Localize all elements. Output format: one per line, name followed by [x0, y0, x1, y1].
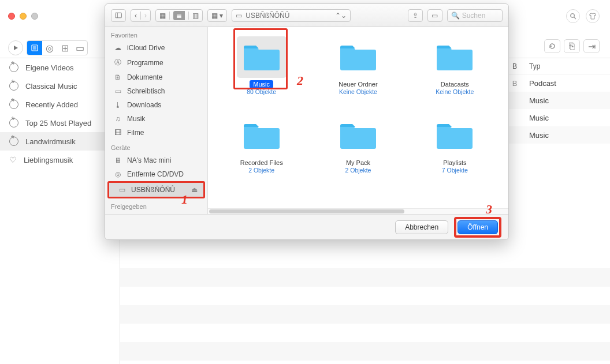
- shirt-icon[interactable]: [586, 9, 600, 23]
- svg-point-0: [571, 14, 575, 18]
- sidebar-item-musik[interactable]: ♫Musik: [105, 112, 207, 126]
- playlist-item[interactable]: Landwirdmusik: [0, 132, 120, 151]
- playlist-item[interactable]: Top 25 Most Played: [0, 114, 120, 132]
- drive-icon: ▭: [236, 12, 242, 20]
- gear-icon: [9, 100, 18, 109]
- search-icon[interactable]: [566, 9, 580, 23]
- media-type-segment[interactable]: ◎ ⊞ ▭: [27, 40, 88, 55]
- sidebar-section-devices: Geräte: [105, 140, 207, 153]
- folder-subtitle: 7 Objekte: [442, 167, 468, 174]
- window-traffic-lights: [8, 13, 38, 20]
- nav-back-forward[interactable]: ‹›: [131, 9, 151, 22]
- import-button[interactable]: ⇥: [583, 39, 600, 53]
- path-dropdown[interactable]: ▭USBÑßÑÔÑÛ ⌃⌄: [232, 9, 351, 22]
- folder-subtitle: 80 Objekte: [247, 88, 276, 95]
- playlist-item[interactable]: Recently Added: [0, 95, 120, 114]
- sidebar-item-downloads[interactable]: ⭳Downloads: [105, 98, 207, 112]
- arrange-button[interactable]: ▦ ▾: [207, 9, 227, 22]
- icon-view-icon[interactable]: ▦: [159, 12, 166, 20]
- apps-tab-icon[interactable]: ⊞: [57, 41, 72, 55]
- finder-toolbar: ‹› ▦ ≣ ▥ ▦ ▾ ▭USBÑßÑÔÑÛ ⌃⌄ ⇪ ▭ 🔍Suchen: [105, 4, 508, 27]
- playlist-item[interactable]: ♡Lieblingsmusik: [0, 151, 120, 169]
- view-mode-segment[interactable]: ▦ ≣ ▥: [155, 9, 203, 22]
- list-view-icon[interactable]: ≣: [173, 11, 185, 20]
- folder-name: Playlists: [440, 159, 470, 167]
- annotation-2: 2: [297, 73, 303, 88]
- minimize-icon[interactable]: [20, 13, 27, 20]
- scrollbar-thumb[interactable]: [209, 209, 404, 213]
- sidebar-section-favorites: Favoriten: [105, 27, 207, 41]
- cloud-icon: ☁︎: [113, 44, 122, 52]
- folder-subtitle: 2 Objekte: [345, 167, 371, 174]
- sidebar-item-schreibtisch[interactable]: ▭Schreibtisch: [105, 84, 207, 98]
- annotation-1: 1: [181, 192, 188, 207]
- heart-icon: ♡: [9, 155, 17, 164]
- video-tab-icon[interactable]: ◎: [42, 41, 57, 55]
- play-icon[interactable]: [8, 40, 23, 55]
- folder-subtitle: 2 Objekte: [248, 167, 274, 174]
- folder-item[interactable]: Music 80 Objekte: [216, 36, 307, 111]
- annotation-highlight-3: Öffnen: [454, 217, 501, 238]
- desktop-icon: ▭: [113, 87, 122, 95]
- finder-icon-grid[interactable]: Music 80 Objekte Neuer Ordner Keine Obje…: [208, 27, 508, 208]
- music-icon: ♫: [113, 115, 122, 123]
- drive-icon: ▭: [117, 186, 127, 194]
- path-label: USBÑßÑÔÑÛ: [246, 12, 289, 20]
- host-icon: 🖥: [113, 156, 122, 164]
- folder-subtitle: Keine Objekte: [436, 88, 474, 95]
- horizontal-scrollbar[interactable]: [208, 208, 508, 214]
- folder-name: Music: [250, 80, 273, 88]
- music-tab-icon[interactable]: [27, 41, 42, 55]
- column-typ-header[interactable]: Typ: [523, 62, 610, 70]
- dialog-footer: Abbrechen Öffnen 3: [105, 214, 508, 239]
- folder-name: Datacasts: [437, 80, 473, 88]
- finder-sidebar: Favoriten ☁︎iCloud Drive ⒶProgramme 🗎Dok…: [105, 27, 208, 214]
- open-button[interactable]: Öffnen: [458, 220, 498, 234]
- sidebar-item-filme[interactable]: 🎞Filme: [105, 126, 207, 140]
- refresh-button[interactable]: [544, 39, 560, 53]
- svg-line-1: [574, 17, 576, 19]
- app-icon: Ⓐ: [113, 58, 122, 67]
- folder-item[interactable]: Datacasts Keine Objekte: [410, 36, 500, 111]
- sidebar-item-icloud[interactable]: ☁︎iCloud Drive: [105, 41, 207, 55]
- sidebar-item-programme[interactable]: ⒶProgramme: [105, 55, 207, 70]
- finder-search-input[interactable]: 🔍Suchen: [447, 9, 503, 22]
- doc-icon: 🗎: [113, 73, 122, 81]
- playlist-item[interactable]: Eigene Videos: [0, 58, 120, 77]
- cancel-button[interactable]: Abbrechen: [395, 220, 448, 234]
- close-icon[interactable]: [8, 13, 15, 20]
- gear-icon: [9, 137, 18, 146]
- column-view-icon[interactable]: ▥: [192, 12, 199, 20]
- sidebar-item-host[interactable]: 🖥NA's Mac mini: [105, 153, 207, 167]
- sidebar-section-shared: Freigegeben: [105, 198, 207, 212]
- disc-icon: ◎: [113, 170, 122, 178]
- chevron-right-icon: ›: [144, 12, 147, 20]
- folder-item[interactable]: Playlists 7 Objekte: [410, 115, 500, 190]
- svg-rect-3: [115, 13, 121, 18]
- annotation-highlight-1: ▭USBÑßÑÔÑÛ⏏: [107, 181, 205, 198]
- eject-icon[interactable]: ⏏: [191, 186, 198, 194]
- open-file-dialog: ‹› ▦ ≣ ▥ ▦ ▾ ▭USBÑßÑÔÑÛ ⌃⌄ ⇪ ▭ 🔍Suchen F…: [105, 3, 509, 240]
- sidebar-item-remote-disc[interactable]: ◎Entfernte CD/DVD: [105, 167, 207, 181]
- folder-name: Neuer Ordner: [335, 80, 381, 88]
- playlist-sidebar: Eigene Videos Classical Music Recently A…: [0, 58, 120, 364]
- sidebar-item-dokumente[interactable]: 🗎Dokumente: [105, 70, 207, 84]
- sidebar-item-usb[interactable]: ▭USBÑßÑÔÑÛ⏏: [109, 183, 203, 197]
- folder-item[interactable]: My Pack 2 Objekte: [313, 115, 403, 190]
- chevron-left-icon[interactable]: ‹: [135, 12, 137, 20]
- share-button[interactable]: ⇪: [408, 9, 423, 22]
- zoom-icon: [31, 13, 38, 20]
- folder-item[interactable]: Recorded Files 2 Objekte: [216, 115, 307, 190]
- sidebar-toggle-button[interactable]: [111, 9, 126, 22]
- search-icon: 🔍: [451, 12, 460, 20]
- tags-button[interactable]: ▭: [427, 9, 442, 22]
- folder-item[interactable]: Neuer Ordner Keine Objekte: [313, 36, 403, 111]
- playlist-item[interactable]: Classical Music: [0, 77, 120, 95]
- tv-tab-icon[interactable]: ▭: [72, 41, 87, 55]
- gear-icon: [9, 118, 18, 127]
- folder-subtitle: Keine Objekte: [339, 88, 377, 95]
- export-button[interactable]: ⎘: [564, 39, 580, 53]
- folder-name: Recorded Files: [237, 159, 287, 167]
- film-icon: 🎞: [113, 129, 122, 137]
- gear-icon: [9, 81, 18, 91]
